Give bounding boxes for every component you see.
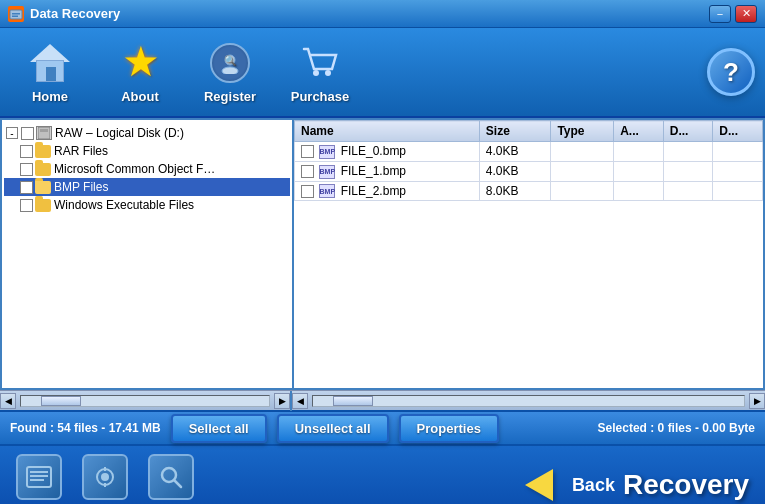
svg-rect-11 [30, 471, 48, 473]
view-icon [82, 454, 128, 500]
checkbox-mco[interactable] [20, 163, 33, 176]
about-icon-wrap: ★ [118, 41, 162, 85]
about-label: About [121, 89, 159, 104]
view-button[interactable]: View [82, 454, 128, 505]
register-icon-wrap: 🔍 [208, 41, 252, 85]
svg-rect-13 [30, 479, 44, 481]
selected-status: Selected : 0 files - 0.00 Byte [598, 421, 755, 435]
file-d2-cell [713, 181, 763, 201]
tree-item-mco[interactable]: Microsoft Common Object F… [4, 160, 290, 178]
title-bar: Data Recovery − ✕ [0, 0, 765, 28]
checkbox-bmp[interactable] [20, 181, 33, 194]
file-a-cell [614, 181, 664, 201]
col-type[interactable]: Type [551, 121, 614, 142]
main-icon [16, 454, 62, 500]
recovery-label[interactable]: Recovery [623, 469, 749, 501]
bottom-buttons-group: Main View Search [16, 454, 194, 505]
folder-icon-bmp [35, 181, 51, 194]
checkbox-root[interactable] [21, 127, 34, 140]
file-d2-cell [713, 161, 763, 181]
scroll-left: ◀ ▶ [0, 391, 292, 411]
table-row[interactable]: BMP FILE_2.bmp 8.0KB [295, 181, 763, 201]
back-arrow-icon [525, 469, 553, 501]
col-a[interactable]: A... [614, 121, 664, 142]
purchase-label: Purchase [291, 89, 350, 104]
scroll-thumb-left[interactable] [41, 396, 81, 406]
scroll-thumb-right[interactable] [333, 396, 373, 406]
register-button[interactable]: 🔍 Register [190, 35, 270, 110]
bmp-icon: BMP [319, 145, 335, 159]
file-name-cell: BMP FILE_1.bmp [295, 161, 480, 181]
window-controls: − ✕ [709, 5, 757, 23]
expand-btn-root[interactable]: - [6, 127, 18, 139]
purchase-icon-wrap [298, 41, 342, 85]
select-all-button[interactable]: Sellect all [171, 414, 267, 443]
file-d1-cell [663, 161, 713, 181]
about-button[interactable]: ★ About [100, 35, 180, 110]
scroll-left-arrow[interactable]: ◀ [0, 393, 16, 409]
scroll-left-arrow-right[interactable]: ◀ [292, 393, 308, 409]
svg-point-15 [101, 473, 109, 481]
file-checkbox[interactable] [301, 145, 314, 158]
scroll-area: ◀ ▶ ◀ ▶ [0, 390, 765, 410]
tree-item-root[interactable]: - RAW – Logical Disk (D:) [4, 124, 290, 142]
scroll-right-arrow-left[interactable]: ▶ [274, 393, 290, 409]
tree-item-label: RAW – Logical Disk (D:) [55, 126, 184, 140]
close-button[interactable]: ✕ [735, 5, 757, 23]
tree-item-label: Windows Executable Files [54, 198, 194, 212]
scroll-track-left[interactable] [20, 395, 270, 407]
svg-rect-2 [12, 15, 18, 17]
col-size[interactable]: Size [479, 121, 551, 142]
file-type-cell [551, 142, 614, 162]
minimize-button[interactable]: − [709, 5, 731, 23]
svg-point-4 [222, 67, 238, 74]
file-checkbox[interactable] [301, 165, 314, 178]
folder-icon-rar [35, 145, 51, 158]
file-a-cell [614, 161, 664, 181]
tree-item-bmp[interactable]: BMP Files [4, 178, 290, 196]
back-recovery-group: Back Recovery [514, 466, 749, 504]
home-icon [30, 44, 70, 82]
tree-item-rar[interactable]: RAR Files [4, 142, 290, 160]
checkbox-rar[interactable] [20, 145, 33, 158]
file-checkbox[interactable] [301, 185, 314, 198]
file-d1-cell [663, 181, 713, 201]
scroll-track-right[interactable] [312, 395, 745, 407]
unselect-all-button[interactable]: Unsellect all [277, 414, 389, 443]
table-row[interactable]: BMP FILE_0.bmp 4.0KB [295, 142, 763, 162]
star-icon: ★ [124, 45, 156, 81]
svg-point-7 [325, 70, 331, 76]
search-button[interactable]: Search [148, 454, 194, 505]
scroll-right-arrow-right[interactable]: ▶ [749, 393, 765, 409]
col-d2[interactable]: D... [713, 121, 763, 142]
checkbox-exe[interactable] [20, 199, 33, 212]
tree-item-exe[interactable]: Windows Executable Files [4, 196, 290, 214]
tree-item-label: RAR Files [54, 144, 108, 158]
back-button[interactable] [514, 466, 564, 504]
help-button[interactable]: ? [707, 48, 755, 96]
back-label: Back [572, 475, 615, 496]
svg-line-19 [174, 480, 181, 487]
svg-rect-8 [38, 127, 50, 139]
help-icon: ? [723, 57, 739, 88]
title-bar-left: Data Recovery [8, 6, 120, 22]
home-label: Home [32, 89, 68, 104]
register-label: Register [204, 89, 256, 104]
app-title: Data Recovery [30, 6, 120, 21]
table-row[interactable]: BMP FILE_1.bmp 4.0KB [295, 161, 763, 181]
col-d1[interactable]: D... [663, 121, 713, 142]
status-bar: Found : 54 files - 17.41 MB Sellect all … [0, 410, 765, 446]
purchase-button[interactable]: Purchase [280, 35, 360, 110]
tree-item-label: BMP Files [54, 180, 108, 194]
col-name[interactable]: Name [295, 121, 480, 142]
bottom-bar: Main View Search [0, 446, 765, 504]
main-button[interactable]: Main [16, 454, 62, 505]
svg-point-6 [313, 70, 319, 76]
file-table: Name Size Type A... D... D... BMP FILE_0… [294, 120, 763, 201]
search-icon [148, 454, 194, 500]
file-size-cell: 4.0KB [479, 142, 551, 162]
properties-button[interactable]: Properties [399, 414, 499, 443]
bmp-icon: BMP [319, 184, 335, 198]
home-button[interactable]: Home [10, 35, 90, 110]
register-icon: 🔍 [210, 43, 250, 83]
